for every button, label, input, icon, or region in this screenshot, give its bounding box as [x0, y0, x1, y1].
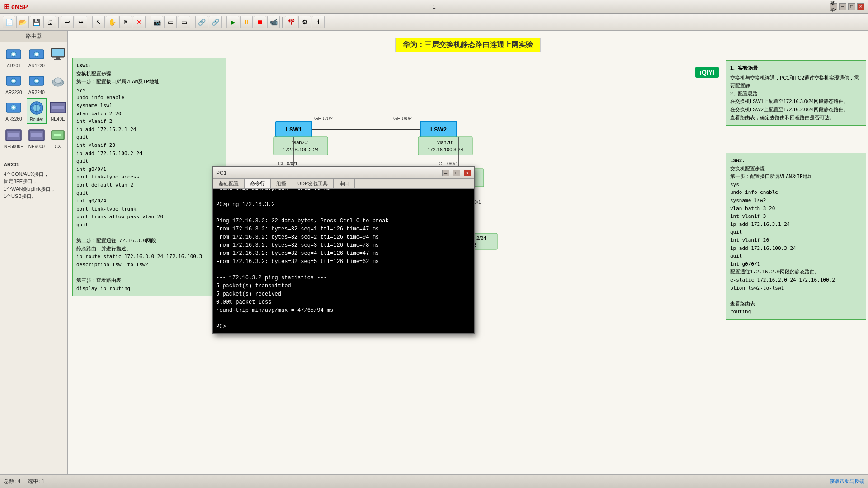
open-btn[interactable]: 📂 — [16, 16, 29, 28]
tab-basic-config[interactable]: 基础配置 — [213, 179, 245, 188]
close-btn[interactable]: ✕ — [857, 3, 864, 10]
print-btn[interactable]: 🖨 — [43, 16, 56, 28]
svg-text:GE 0/0/1: GE 0/0/1 — [278, 161, 297, 166]
svg-rect-40 — [276, 121, 312, 137]
ar1220-icon — [28, 46, 45, 62]
device-grid: AR201 AR1220 — [0, 42, 67, 153]
window-number: 1 — [432, 3, 435, 10]
app-logo: ⊞ eNSP — [4, 2, 28, 11]
svg-rect-39 — [54, 134, 61, 136]
svg-text:GE 0/0/4: GE 0/0/4 — [314, 116, 334, 121]
svg-point-2 — [12, 53, 15, 56]
delete-btn[interactable]: ✕ — [133, 16, 146, 28]
router-icon — [28, 100, 45, 116]
save-btn[interactable]: 💾 — [30, 16, 42, 28]
sidebar-item-ne9000[interactable]: NE9000 — [27, 126, 47, 150]
svg-point-22 — [12, 106, 15, 109]
cloud-icon — [50, 73, 66, 89]
lsw1-instruction-panel: LSW1: 交换机配置步骤 第一步：配置接口所属VLAN及IP地址 sys un… — [72, 58, 226, 296]
sidebar-item-ar2240[interactable]: AR2240 — [27, 71, 47, 96]
sidebar-item-cloud[interactable] — [48, 71, 67, 96]
pause-btn[interactable]: ⏸ — [240, 16, 253, 28]
svg-rect-33 — [8, 133, 19, 137]
help-link[interactable]: 获取帮助与反馈 — [830, 478, 864, 485]
cx-icon — [50, 127, 66, 143]
sidebar-item-ne5000e[interactable]: NE5000E — [3, 126, 25, 150]
settings-btn[interactable]: ⚙ — [298, 16, 311, 28]
tab-serial[interactable]: 串口 — [334, 179, 355, 188]
lsw2-steps: 交换机配置步骤 第一步：配置接口所属VLAN及IP地址 sys undo inf… — [730, 165, 862, 316]
redo-btn[interactable]: ↪ — [75, 16, 87, 28]
status-bar: 总数: 4 选中: 1 获取帮助与反馈 — [0, 474, 868, 488]
sidebar-item-ar2220[interactable]: AR2220 — [3, 71, 25, 96]
ar3260-icon — [5, 99, 22, 116]
right-top-content: 交换机与交换机连通，PC1和PC2通过交换机实现通信，需要配置静2、配置思路在交… — [730, 74, 862, 122]
toolbar: 📄 📂 💾 🖨 ↩ ↪ ↖ ✋ 🖱 ✕ 📷 ▭ ▭ 🔗 🔗 ▶ ⏸ ⏹ 📹 华 … — [0, 14, 868, 31]
new-btn[interactable]: 📄 — [3, 16, 15, 28]
ne9000-icon — [28, 127, 45, 143]
hand-btn[interactable]: ✋ — [106, 16, 118, 28]
experiment-title: 华为：三层交换机静态路由连通上网实验 — [395, 38, 541, 52]
svg-rect-47 — [274, 137, 328, 155]
link2-btn[interactable]: 🔗 — [209, 16, 222, 28]
sidebar-item-router[interactable]: Router — [27, 98, 47, 124]
svg-text:LSW1: LSW1 — [286, 126, 302, 133]
terminal-window[interactable]: PC1 ─ □ ✕ 基础配置 命令行 组播 UDP发包工具 串口 5 packe… — [212, 166, 475, 334]
capture-btn[interactable]: 📹 — [267, 16, 280, 28]
sidebar-item-ar3260[interactable]: AR3260 — [3, 98, 25, 124]
svg-rect-7 — [52, 49, 64, 56]
undo-btn[interactable]: ↩ — [61, 16, 74, 28]
sidebar: 路由器 AR201 — [0, 31, 68, 474]
cursor-btn[interactable]: 🖱 — [119, 16, 132, 28]
maximize-btn[interactable]: □ — [848, 3, 855, 10]
link1-btn[interactable]: 🔗 — [195, 16, 208, 28]
svg-rect-9 — [54, 59, 61, 60]
svg-rect-30 — [52, 106, 64, 109]
play-btn[interactable]: ▶ — [226, 16, 239, 28]
lsw1-title: LSW1: — [76, 62, 222, 70]
terminal-close-btn[interactable]: ✕ — [464, 170, 471, 176]
ne9000-label: NE9000 — [28, 144, 45, 149]
right-top-info: 1、实验场景 交换机与交换机连通，PC1和PC2通过交换机实现通信，需要配置静2… — [726, 60, 866, 126]
lsw2-instruction-panel: LSW2: 交换机配置步骤 第一步：配置接口所属VLAN及IP地址 sys un… — [726, 153, 866, 320]
svg-text:vlan20:: vlan20: — [292, 140, 308, 145]
sidebar-item-ne40e[interactable]: NE40E — [48, 98, 67, 124]
minimize-btn[interactable]: ─ — [839, 3, 846, 10]
canvas-area[interactable]: 华为：三层交换机静态路由连通上网实验 iQIYI LSW1: 交换机配置步骤 第… — [68, 31, 868, 474]
terminal-maximize-btn[interactable]: □ — [453, 170, 460, 176]
window-controls: 菜单· ─ □ ✕ — [830, 3, 864, 10]
sidebar-item-monitor[interactable] — [48, 45, 67, 70]
sidebar-item-ar1220[interactable]: AR1220 — [27, 45, 47, 70]
stop-btn[interactable]: ⏹ — [254, 16, 266, 28]
ar3260-label: AR3260 — [5, 117, 22, 122]
terminal-minimize-btn[interactable]: ─ — [442, 170, 449, 176]
sidebar-item-cx[interactable]: CX — [48, 126, 67, 150]
svg-text:GE 0/0/4: GE 0/0/4 — [393, 116, 413, 121]
rect1-btn[interactable]: ▭ — [164, 16, 177, 28]
info-btn[interactable]: ℹ — [312, 16, 325, 28]
sidebar-item-ar201[interactable]: AR201 — [3, 45, 25, 70]
terminal-titlebar: PC1 ─ □ ✕ — [213, 167, 474, 179]
router-label: Router — [30, 117, 43, 122]
ne40e-label: NE40E — [51, 117, 65, 122]
terminal-body[interactable]: 5 packet(s) transmitted 4 packet(s) rece… — [213, 189, 474, 333]
app-title: eNSP — [11, 3, 28, 10]
lsw2-title: LSW2: — [730, 157, 862, 165]
selected-count: 选中: 1 — [28, 478, 44, 485]
device-description: 4个CON/AUX接口，固定8FE接口，1个WAN侧uplink接口，1个USB… — [4, 170, 64, 200]
screenshot-btn[interactable]: 📷 — [151, 16, 163, 28]
select-btn[interactable]: ↖ — [92, 16, 105, 28]
tab-multicast[interactable]: 组播 — [271, 179, 292, 188]
ne5000e-icon — [5, 127, 22, 143]
lsw1-steps: 交换机配置步骤 第一步：配置接口所属VLAN及IP地址 sys undo inf… — [76, 70, 222, 293]
ne40e-icon — [50, 99, 66, 116]
terminal-title: PC1 — [216, 170, 439, 176]
menu-btn[interactable]: 菜单· — [830, 3, 837, 10]
tab-udp-tool[interactable]: UDP发包工具 — [292, 179, 334, 188]
rect2-btn[interactable]: ▭ — [178, 16, 190, 28]
ar201-label: AR201 — [7, 63, 21, 68]
right-top-title: 1、实验场景 — [730, 64, 862, 72]
huawei-btn[interactable]: 华 — [285, 16, 297, 28]
monitor-icon — [50, 46, 66, 62]
tab-command-line[interactable]: 命令行 — [245, 179, 271, 188]
